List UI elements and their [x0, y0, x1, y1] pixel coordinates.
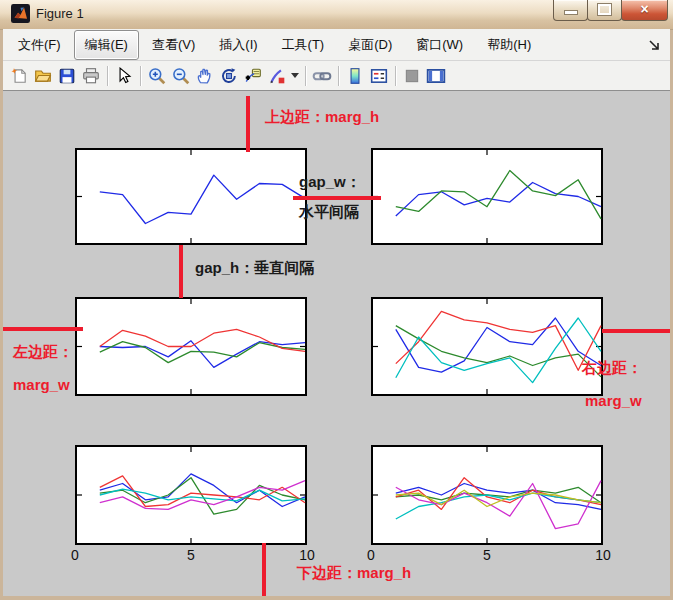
- brush-data-button[interactable]: [266, 65, 288, 87]
- link-plots-button[interactable]: [311, 65, 333, 87]
- gap-h-label: gap_h：垂直间隔: [195, 259, 314, 278]
- maximize-icon: [598, 4, 611, 15]
- xtick-label: 10: [299, 547, 315, 563]
- menu-item-desktop[interactable]: 桌面(D): [337, 30, 403, 60]
- subplot-6: [371, 445, 603, 545]
- gap-w-line: [293, 196, 381, 200]
- subplot-4: [371, 297, 603, 396]
- gap-w-label: gap_w：: [299, 173, 361, 192]
- open-folder-icon: [34, 67, 52, 85]
- right-margin-line: [602, 329, 670, 333]
- menu-item-tools[interactable]: 工具(T): [271, 30, 336, 60]
- subplot-5: [75, 445, 307, 545]
- insert-colorbar-icon: [346, 67, 364, 85]
- zoom-in-icon: [148, 67, 166, 85]
- xtick-label: 5: [483, 547, 491, 563]
- show-plot-tools-button[interactable]: [425, 65, 447, 87]
- figure-window: Figure 1 × 文件(F) 编辑(E) 查看(V) 插入(I) 工具(T)…: [0, 0, 673, 600]
- pan-hand-icon: [196, 67, 214, 85]
- toolbar-separator: [338, 66, 339, 86]
- insert-legend-icon: [370, 67, 388, 85]
- close-icon: ×: [622, 0, 667, 18]
- menu-item-window[interactable]: 窗口(W): [405, 30, 474, 60]
- right-margin-value: marg_w: [585, 392, 642, 409]
- menu-item-file[interactable]: 文件(F): [7, 30, 72, 60]
- brush-dropdown-icon[interactable]: [291, 73, 299, 78]
- xtick-label: 0: [367, 547, 375, 563]
- matlab-logo-icon: [11, 4, 30, 23]
- minimize-button[interactable]: [553, 0, 588, 21]
- subplot-1: [75, 148, 307, 245]
- left-margin-line: [3, 327, 83, 331]
- menubar: 文件(F) 编辑(E) 查看(V) 插入(I) 工具(T) 桌面(D) 窗口(W…: [3, 29, 670, 61]
- window-title: Figure 1: [36, 6, 84, 21]
- gap-h-line: [179, 245, 183, 298]
- toolbar-separator: [107, 66, 108, 86]
- top-margin-line: [246, 96, 250, 152]
- new-figure-button[interactable]: [8, 65, 30, 87]
- link-plots-icon: [312, 67, 332, 85]
- print-button[interactable]: [80, 65, 102, 87]
- pan-button[interactable]: [194, 65, 216, 87]
- rotate-3d-button[interactable]: [218, 65, 240, 87]
- figure-canvas: 0 5 10 0 5 10 上边距：marg_h gap_w： 水平间隔 gap…: [3, 91, 670, 596]
- toolbar-separator: [305, 66, 306, 86]
- toolbar: [3, 61, 670, 91]
- titlebar[interactable]: Figure 1 ×: [0, 0, 673, 30]
- menu-item-view[interactable]: 查看(V): [141, 30, 206, 60]
- zoom-out-button[interactable]: [170, 65, 192, 87]
- hide-plot-tools-icon: [403, 67, 421, 85]
- gap-w-sublabel: 水平间隔: [299, 203, 359, 222]
- left-margin-value: marg_w: [13, 376, 70, 393]
- data-cursor-button[interactable]: [242, 65, 264, 87]
- save-button[interactable]: [56, 65, 78, 87]
- insert-legend-button[interactable]: [368, 65, 390, 87]
- bottom-margin-label: 下边距：marg_h: [297, 564, 411, 583]
- subplot-2: [371, 148, 603, 245]
- zoom-out-icon: [172, 67, 190, 85]
- xtick-label: 0: [71, 547, 79, 563]
- menu-overflow-icon[interactable]: [648, 39, 660, 51]
- left-margin-label: 左边距：: [13, 343, 73, 362]
- zoom-in-button[interactable]: [146, 65, 168, 87]
- menu-item-insert[interactable]: 插入(I): [208, 30, 268, 60]
- menu-item-help[interactable]: 帮助(H): [476, 30, 542, 60]
- show-plot-tools-icon: [426, 67, 446, 85]
- edit-plot-button[interactable]: [113, 65, 135, 87]
- open-file-button[interactable]: [32, 65, 54, 87]
- pointer-icon: [115, 67, 133, 85]
- maximize-button[interactable]: [587, 0, 622, 21]
- new-figure-icon: [10, 67, 28, 85]
- subplot-3: [75, 297, 307, 396]
- bottom-margin-line: [262, 543, 266, 596]
- xtick-label: 10: [595, 547, 611, 563]
- top-margin-label: 上边距：marg_h: [265, 108, 379, 127]
- hide-plot-tools-button[interactable]: [401, 65, 423, 87]
- brush-icon: [268, 67, 286, 85]
- save-icon: [58, 67, 76, 85]
- toolbar-separator: [140, 66, 141, 86]
- xtick-label: 5: [187, 547, 195, 563]
- toolbar-separator: [395, 66, 396, 86]
- right-margin-label: 右边距：: [582, 359, 642, 378]
- insert-colorbar-button[interactable]: [344, 65, 366, 87]
- rotate-3d-icon: [220, 67, 238, 85]
- menu-item-edit[interactable]: 编辑(E): [74, 30, 139, 60]
- print-icon: [82, 67, 100, 85]
- close-button[interactable]: ×: [621, 0, 668, 21]
- data-cursor-icon: [244, 67, 262, 85]
- minimize-icon: [564, 10, 578, 15]
